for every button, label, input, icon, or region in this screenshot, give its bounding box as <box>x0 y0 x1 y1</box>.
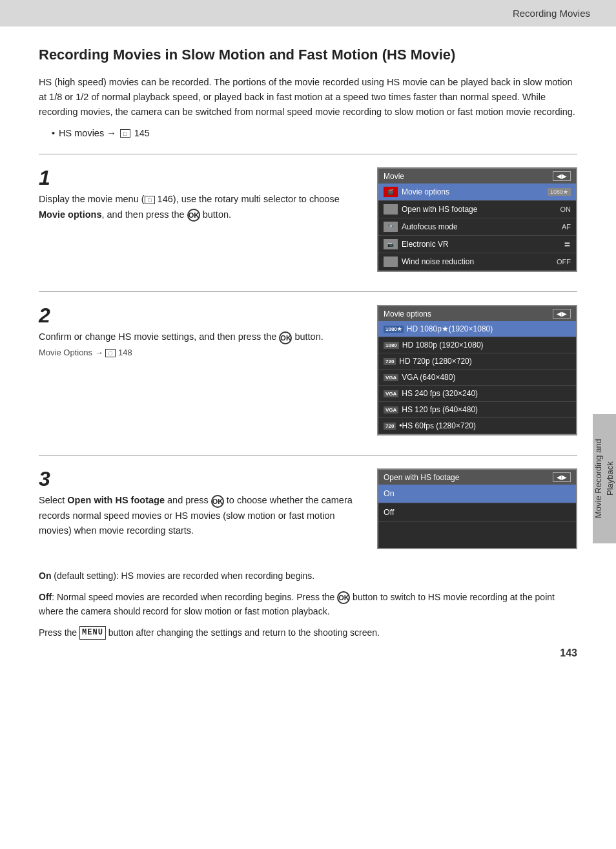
screen1-row-5: Wind noise reduction OFF <box>378 253 576 271</box>
step-3-desc: Select Open with HS footage and press OK… <box>39 493 362 538</box>
step-3-number: 3 <box>39 468 362 489</box>
ok-button-s2: OK <box>279 331 292 344</box>
screen3-title: Open with HS footage <box>384 473 459 482</box>
book-icon-s2: □ <box>105 349 116 357</box>
ok-button-s3: OK <box>211 495 224 508</box>
screen2-row-5: VGA HS 240 fps (320×240) <box>378 386 576 402</box>
screen2-row-3: 720 HD 720p (1280×720) <box>378 353 576 370</box>
step-2-number: 2 <box>39 305 362 326</box>
main-content: Recording Movies in Slow Motion and Fast… <box>0 26 616 685</box>
screen-mockup-2: Movie options ◀▶ 1080★ HD 1080p★(1920×10… <box>377 305 577 435</box>
screen3-title-bar: Open with HS footage ◀▶ <box>378 470 576 485</box>
intro-text: HS (high speed) movies can be recorded. … <box>39 75 577 120</box>
divider <box>39 154 577 154</box>
screen2-icon: ◀▶ <box>553 309 571 319</box>
screen1-row-4: 📷 Electronic VR 〓 <box>378 236 576 253</box>
screen3-row-off: Off <box>378 503 576 522</box>
screen1-title-bar: Movie ◀▶ <box>378 169 576 183</box>
step-1-number: 1 <box>39 167 362 188</box>
screen2-row-2: 1080 HD 1080p (1920×1080) <box>378 337 576 353</box>
screen1-icon-3: 🔭 <box>384 222 398 232</box>
step-1-row: 1 Display the movie menu (□ 146), use th… <box>39 167 577 272</box>
screen1-icon-5 <box>384 257 398 267</box>
step-1-screen: Movie ◀▶ 🎬 Movie options 1080★ Open with… <box>377 167 577 272</box>
step3-off-desc: Off: Normal speed movies are recorded wh… <box>39 590 577 619</box>
screen1-icon-4: 📷 <box>384 239 398 249</box>
menu-button-label: MENU <box>79 626 106 640</box>
screen2-row-4: VGA VGA (640×480) <box>378 370 576 386</box>
screen1-row-2: Open with HS footage ON <box>378 201 576 218</box>
step-2-left: 2 Confirm or change HS movie settings, a… <box>39 305 362 357</box>
header-bar: Recording Movies <box>0 0 616 26</box>
screen1-row-3: 🔭 Autofocus mode AF <box>378 218 576 236</box>
step-3-screen: Open with HS footage ◀▶ On Off <box>377 468 577 549</box>
screen3-spacer <box>378 522 576 548</box>
screen2-title: Movie options <box>384 309 431 319</box>
screen2-title-bar: Movie options ◀▶ <box>378 306 576 321</box>
page-title: Recording Movies in Slow Motion and Fast… <box>39 46 577 65</box>
step3-on-desc: On (default setting): HS movies are reco… <box>39 569 577 583</box>
bullet-item: • HS movies → □ 145 <box>52 126 577 141</box>
screen1-row-1: 🎬 Movie options 1080★ <box>378 183 576 201</box>
bullet-ref: 145 <box>134 126 150 141</box>
screen3-row-on: On <box>378 485 576 503</box>
step-1-desc: Display the movie menu (□ 146), use the … <box>39 192 362 222</box>
page-number: 143 <box>560 647 577 659</box>
divider-3 <box>39 455 577 456</box>
step-3-row: 3 Select Open with HS footage and press … <box>39 468 577 549</box>
screen2-row-6: VGA HS 120 fps (640×480) <box>378 402 576 418</box>
header-title: Recording Movies <box>513 8 590 19</box>
ok-button-s1: OK <box>187 209 200 222</box>
ok-button-off: OK <box>337 591 350 604</box>
screen2-row-7: 720 •HS 60fps (1280×720) <box>378 418 576 434</box>
step-2-row: 2 Confirm or change HS movie settings, a… <box>39 305 577 435</box>
step-2-desc: Confirm or change HS movie settings, and… <box>39 330 362 344</box>
step-2-sub: Movie Options → □ 148 <box>39 348 362 357</box>
screen3-icon: ◀▶ <box>553 472 571 482</box>
screen1-icon: ◀▶ <box>553 171 571 181</box>
step-3-left: 3 Select Open with HS footage and press … <box>39 468 362 538</box>
step-2-screen: Movie options ◀▶ 1080★ HD 1080p★(1920×10… <box>377 305 577 435</box>
screen1-title: Movie <box>384 172 404 181</box>
book-icon: □ <box>120 129 130 138</box>
screen-mockup-1: Movie ◀▶ 🎬 Movie options 1080★ Open with… <box>377 167 577 272</box>
book-icon-s1: □ <box>145 196 155 204</box>
screen1-camera-icon: 🎬 <box>384 187 398 197</box>
screen-mockup-3: Open with HS footage ◀▶ On Off <box>377 468 577 549</box>
step-1-left: 1 Display the movie menu (□ 146), use th… <box>39 167 362 222</box>
press-menu-desc: Press the MENU button after changing the… <box>39 625 577 640</box>
divider-2 <box>39 291 577 292</box>
bullet-text: HS movies → <box>59 126 116 141</box>
screen1-icon-2 <box>384 204 398 215</box>
screen2-row-1: 1080★ HD 1080p★(1920×1080) <box>378 321 576 337</box>
sidebar-label: Movie Recording and Playback <box>593 414 616 543</box>
